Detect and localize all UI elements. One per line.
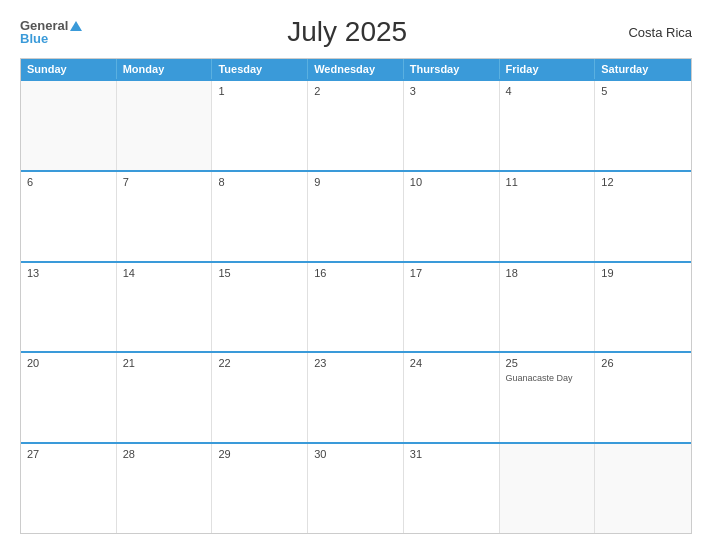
calendar-header: SundayMondayTuesdayWednesdayThursdayFrid…: [21, 59, 691, 79]
day-of-week-header: Monday: [117, 59, 213, 79]
calendar-cell: 28: [117, 444, 213, 533]
calendar-cell: 19: [595, 263, 691, 352]
day-number: 11: [506, 176, 589, 188]
day-number: 7: [123, 176, 206, 188]
day-number: 21: [123, 357, 206, 369]
day-number: 31: [410, 448, 493, 460]
calendar-cell: 4: [500, 81, 596, 170]
page-header: General Blue July 2025 Costa Rica: [20, 16, 692, 48]
logo: General Blue: [20, 19, 82, 45]
calendar-cell: 21: [117, 353, 213, 442]
calendar-cell: 15: [212, 263, 308, 352]
day-number: 9: [314, 176, 397, 188]
calendar-cell: 23: [308, 353, 404, 442]
calendar-cell: [595, 444, 691, 533]
calendar-cell: 6: [21, 172, 117, 261]
calendar-cell: 24: [404, 353, 500, 442]
day-of-week-header: Friday: [500, 59, 596, 79]
day-number: 4: [506, 85, 589, 97]
calendar: SundayMondayTuesdayWednesdayThursdayFrid…: [20, 58, 692, 534]
day-number: 1: [218, 85, 301, 97]
logo-triangle-icon: [70, 21, 82, 31]
day-of-week-header: Thursday: [404, 59, 500, 79]
day-number: 26: [601, 357, 685, 369]
day-number: 10: [410, 176, 493, 188]
calendar-week: 12345: [21, 79, 691, 170]
day-number: 22: [218, 357, 301, 369]
calendar-cell: 10: [404, 172, 500, 261]
day-number: 13: [27, 267, 110, 279]
country-label: Costa Rica: [612, 25, 692, 40]
calendar-cell: 9: [308, 172, 404, 261]
calendar-cell: 26: [595, 353, 691, 442]
day-number: 2: [314, 85, 397, 97]
day-number: 20: [27, 357, 110, 369]
day-number: 18: [506, 267, 589, 279]
day-number: 27: [27, 448, 110, 460]
calendar-cell: 8: [212, 172, 308, 261]
calendar-cell: 29: [212, 444, 308, 533]
logo-blue-text: Blue: [20, 32, 48, 45]
calendar-cell: 30: [308, 444, 404, 533]
calendar-cell: 22: [212, 353, 308, 442]
day-number: 5: [601, 85, 685, 97]
calendar-cell: [500, 444, 596, 533]
calendar-cell: [21, 81, 117, 170]
calendar-cell: 31: [404, 444, 500, 533]
day-number: 14: [123, 267, 206, 279]
calendar-cell: 17: [404, 263, 500, 352]
day-number: 8: [218, 176, 301, 188]
day-number: 25: [506, 357, 589, 369]
day-of-week-header: Wednesday: [308, 59, 404, 79]
calendar-cell: 14: [117, 263, 213, 352]
day-number: 12: [601, 176, 685, 188]
day-number: 15: [218, 267, 301, 279]
calendar-week: 6789101112: [21, 170, 691, 261]
calendar-cell: 1: [212, 81, 308, 170]
calendar-cell: 20: [21, 353, 117, 442]
day-number: 23: [314, 357, 397, 369]
calendar-week: 2728293031: [21, 442, 691, 533]
month-title: July 2025: [82, 16, 612, 48]
calendar-cell: 25Guanacaste Day: [500, 353, 596, 442]
calendar-week: 13141516171819: [21, 261, 691, 352]
calendar-cell: 11: [500, 172, 596, 261]
calendar-body: 1234567891011121314151617181920212223242…: [21, 79, 691, 533]
day-number: 30: [314, 448, 397, 460]
calendar-cell: 13: [21, 263, 117, 352]
day-number: 24: [410, 357, 493, 369]
calendar-cell: 3: [404, 81, 500, 170]
day-number: 16: [314, 267, 397, 279]
day-number: 19: [601, 267, 685, 279]
day-number: 3: [410, 85, 493, 97]
calendar-cell: 5: [595, 81, 691, 170]
calendar-cell: 16: [308, 263, 404, 352]
day-of-week-header: Sunday: [21, 59, 117, 79]
day-of-week-header: Tuesday: [212, 59, 308, 79]
day-of-week-header: Saturday: [595, 59, 691, 79]
calendar-cell: 7: [117, 172, 213, 261]
calendar-cell: 12: [595, 172, 691, 261]
calendar-cell: [117, 81, 213, 170]
day-number: 28: [123, 448, 206, 460]
event-label: Guanacaste Day: [506, 373, 589, 383]
day-number: 6: [27, 176, 110, 188]
day-number: 29: [218, 448, 301, 460]
calendar-cell: 27: [21, 444, 117, 533]
calendar-cell: 2: [308, 81, 404, 170]
calendar-cell: 18: [500, 263, 596, 352]
day-number: 17: [410, 267, 493, 279]
calendar-week: 202122232425Guanacaste Day26: [21, 351, 691, 442]
